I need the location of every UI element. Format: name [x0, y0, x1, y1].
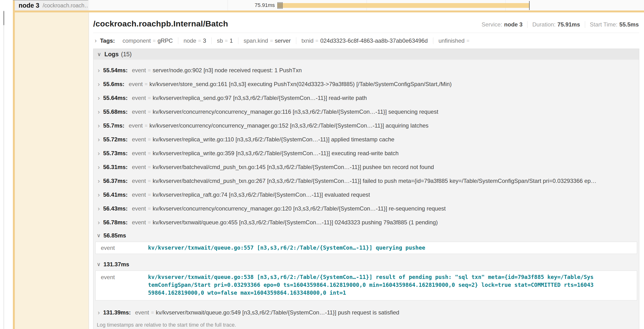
tag-equals: =	[153, 38, 156, 44]
log-row[interactable]: › 56.31ms: event = kv/kvserver/batcheval…	[94, 160, 639, 174]
log-equals: =	[148, 164, 151, 170]
chevron-down-icon: ∨	[97, 261, 100, 268]
detail-header: /cockroach.roachpb.Internal/Batch Servic…	[93, 12, 639, 33]
log-field: event	[132, 95, 146, 101]
log-value: kv/kvserver/txnwait/queue.go:455 [n3,s3,…	[152, 219, 438, 226]
log-field: event	[129, 81, 143, 88]
log-field: event	[132, 108, 146, 115]
log-row[interactable]: › 55.73ms: event = kv/kvserver/replica_w…	[94, 146, 639, 160]
tag-equals: =	[466, 38, 469, 44]
log-field-value[interactable]: kv/kvserver/txnwait/queue.go:557 [n3,s3,…	[148, 244, 429, 252]
service-color-accent	[13, 0, 15, 329]
tag-key: txnid	[302, 38, 314, 44]
log-value: kv/kvserver/batcheval/cmd_push_txn.go:26…	[152, 178, 596, 184]
duration-value: 75.91ms	[558, 21, 580, 28]
log-row-expanded-header[interactable]: ∨ 131.37ms	[94, 258, 639, 270]
scrollbar-thumb[interactable]	[3, 11, 4, 25]
log-equals: =	[145, 81, 148, 87]
log-tick-icon	[280, 2, 281, 9]
log-time: 56.78ms:	[103, 219, 128, 226]
log-row[interactable]: › 131.39ms: event = kv/kvserver/txnwait/…	[94, 306, 639, 320]
log-value: kv/kvserver/batcheval/cmd_push_txn.go:14…	[152, 164, 434, 170]
log-time: 55.6ms:	[103, 81, 124, 88]
chevron-right-icon: ›	[98, 164, 100, 171]
chevron-down-icon: ∨	[97, 232, 100, 239]
log-time: 55.73ms:	[103, 150, 128, 157]
chevron-right-icon: ›	[98, 108, 100, 116]
log-field: event	[132, 219, 146, 226]
duration-label: Duration:	[532, 21, 555, 28]
logs-title: Logs	[104, 51, 119, 58]
log-row[interactable]: › 55.72ms: event = kv/kvserver/replica_w…	[94, 132, 639, 146]
log-tick-icon	[278, 2, 278, 9]
log-tick-end-icon	[529, 1, 530, 10]
log-row[interactable]: › 55.7ms: event = kv/kvserver/concurrenc…	[94, 119, 639, 132]
span-name-column-highlight	[15, 12, 89, 329]
operation-title: /cockroach.roachpb.Internal/Batch	[93, 19, 228, 28]
tag-value: 1	[230, 38, 233, 44]
chevron-right-icon: ›	[98, 205, 100, 212]
meta-separator	[585, 21, 585, 28]
log-row[interactable]: › 56.43ms: event = kv/kvserver/concurren…	[94, 202, 639, 216]
log-value: kv/kvserver/replica_send.go:97 [n3,s3,r6…	[152, 95, 367, 101]
tag-key: node	[184, 38, 196, 44]
logs-accordion-header[interactable]: ∨ Logs (15)	[94, 49, 639, 60]
log-fields-table: event kv/kvserver/txnwait/queue.go:538 […	[95, 270, 637, 300]
log-tick-icon	[282, 2, 283, 9]
log-field: event	[132, 150, 146, 157]
tag-value: 024d3323-6c8f-4863-aa8b-37ab0e63496d	[320, 38, 428, 44]
tag-value: gRPC	[158, 38, 173, 44]
tag-node: node = 3	[178, 38, 212, 44]
log-value: kv/kvserver/store_send.go:161 [n3,s3] ex…	[150, 81, 452, 88]
chevron-right-icon: ›	[98, 177, 100, 185]
log-field-value[interactable]: kv/kvserver/txnwait/queue.go:538 [n3,s3,…	[148, 273, 598, 297]
span-bar[interactable]	[277, 3, 529, 8]
tag-txnid: txnid = 024d3323-6c8f-4863-aa8b-37ab0e63…	[296, 38, 433, 44]
log-row[interactable]: › 55.6ms: event = kv/kvserver/store_send…	[94, 77, 639, 91]
tag-value: server	[275, 38, 291, 44]
log-time: 56.41ms:	[103, 192, 128, 198]
log-equals: =	[148, 95, 151, 101]
log-time: 55.54ms:	[103, 67, 128, 74]
log-time: 56.31ms:	[103, 164, 128, 170]
log-equals: =	[148, 206, 151, 212]
log-value: kv/kvserver/concurrency/concurrency_mana…	[152, 108, 438, 115]
log-row[interactable]: › 56.37ms: event = kv/kvserver/batcheval…	[94, 174, 639, 188]
log-field: event	[132, 192, 146, 198]
log-row[interactable]: › 56.78ms: event = kv/kvserver/txnwait/q…	[94, 216, 639, 229]
span-row[interactable]: 75.91ms node 3 /cockroach.roach…	[0, 0, 644, 10]
log-field: event	[132, 136, 146, 143]
chevron-right-icon: ›	[98, 94, 100, 102]
log-row[interactable]: › 55.68ms: event = kv/kvserver/concurren…	[94, 105, 639, 119]
log-field: event	[96, 273, 148, 297]
tag-equals: =	[315, 38, 318, 44]
detail-panel-top-border	[13, 10, 644, 12]
log-field: event	[132, 164, 146, 170]
log-fields-table: event kv/kvserver/txnwait/queue.go:557 […	[95, 242, 637, 254]
log-field: event	[135, 309, 149, 316]
chevron-right-icon: ›	[98, 80, 100, 88]
log-field: event	[132, 67, 146, 74]
trace-detail-view: ∨ 75.91ms node 3 /cockroach.roach… /cock…	[0, 0, 644, 329]
log-row[interactable]: › 56.41ms: event = kv/kvserver/replica_r…	[94, 188, 639, 202]
log-row-expanded-header[interactable]: ∨ 56.85ms	[94, 229, 639, 242]
chevron-right-icon: ›	[98, 122, 100, 130]
log-value: kv/kvserver/concurrency/concurrency_mana…	[150, 122, 428, 129]
meta-separator	[527, 21, 528, 28]
chevron-right-icon: ›	[98, 191, 100, 198]
tags-accordion[interactable]: › Tags: component = gRPC node = 3 sb = 1…	[93, 33, 639, 48]
log-row[interactable]: › 55.54ms: event = server/node.go:902 [n…	[94, 64, 639, 77]
tag-sb: sb = 1	[212, 38, 238, 44]
service-label: Service:	[482, 21, 502, 28]
start-time-value: 55.5ms	[620, 21, 639, 28]
tag-equals: =	[198, 38, 201, 44]
log-time: 131.37ms	[104, 261, 129, 268]
logs-count: (15)	[121, 51, 132, 58]
log-value: kv/kvserver/replica_write.go:359 [n3,s3,…	[152, 150, 398, 157]
service-value: node 3	[504, 21, 522, 28]
log-row[interactable]: › 55.64ms: event = kv/kvserver/replica_s…	[94, 91, 639, 105]
span-name-cell[interactable]: node 3 /cockroach.roach…	[15, 0, 88, 10]
log-time: 56.37ms:	[103, 178, 128, 184]
tag-key: unfinished	[438, 38, 464, 44]
log-equals: =	[148, 220, 151, 225]
